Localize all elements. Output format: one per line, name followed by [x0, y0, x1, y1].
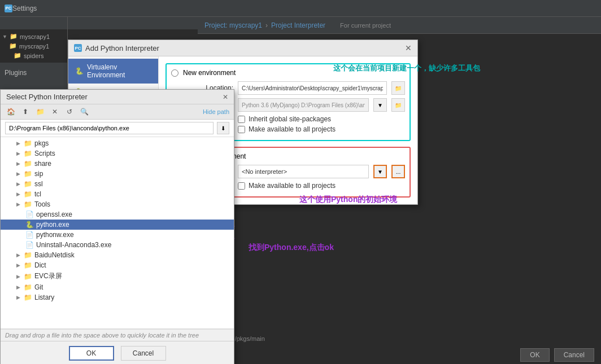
new-env-radio[interactable] [171, 69, 178, 77]
for-current-label: For current project [340, 22, 391, 29]
settings-title: Settings [12, 5, 37, 12]
base-interpreter-input[interactable] [238, 98, 369, 112]
main-ok-button[interactable]: OK [520, 348, 549, 362]
base-interpreter-dropdown[interactable]: ▼ [373, 98, 387, 112]
select-dialog-title-bar: Select Python Interpreter ✕ [1, 90, 234, 104]
tree-item-listary[interactable]: ▶ 📁 Listary [1, 292, 234, 302]
tree-item-evc[interactable]: ▶ 📁 EVC录屏 [1, 270, 234, 282]
file-tree[interactable]: ▶ 📁 pkgs ▶ 📁 Scripts ▶ 📁 share ▶ 📁 sip ▶… [1, 137, 234, 329]
select-ok-button[interactable]: OK [69, 346, 114, 361]
tree-item-spiders[interactable]: 📁 spiders [0, 51, 67, 60]
hide-path-button[interactable]: Hide path [203, 108, 229, 115]
tree-item-pythonw[interactable]: 📄 pythonw.exe [1, 230, 234, 240]
toolbar-refresh-button[interactable]: ↺ [64, 106, 75, 117]
tree-item-baidunetdisk[interactable]: ▶ 📁 BaiduNetdisk [1, 250, 234, 260]
toolbar-delete-button[interactable]: ✕ [49, 106, 60, 117]
tree-item-dict[interactable]: ▶ 📁 Dict [1, 260, 234, 270]
toolbar-new-folder-button[interactable]: 📁 [34, 106, 46, 117]
tree-item-tcl[interactable]: ▶ 📁 tcl [1, 189, 234, 199]
breadcrumb-area: Project: myscrapy1 › Project Interpreter… [198, 17, 601, 34]
dialog-title-bar: PC Add Python Interpreter ✕ [68, 40, 417, 56]
interpreter-browse-button[interactable]: ... [391, 165, 405, 178]
path-browse-button[interactable]: ⬇ [217, 122, 229, 134]
dialog-title: PC Add Python Interpreter [74, 44, 159, 52]
inherit-packages-row: Inherit global site-packages [238, 115, 405, 123]
interpreter-input[interactable] [238, 165, 369, 178]
virtualenv-option[interactable]: 🐍 Virtualenv Environment [68, 59, 158, 84]
top-bar: PC Settings [0, 0, 601, 17]
location-browse-button[interactable]: 📁 [391, 81, 405, 95]
tree-item-python-exe[interactable]: 🐍 python.exe [1, 220, 234, 230]
location-input[interactable] [238, 81, 387, 95]
breadcrumb-separator: › [265, 21, 268, 29]
new-env-available-row: Make available to all projects [238, 125, 405, 133]
inherit-packages-checkbox[interactable] [238, 116, 245, 123]
breadcrumb-project[interactable]: Project: myscrapy1 [204, 21, 262, 29]
toolbar-home-button[interactable]: 🏠 [5, 106, 16, 117]
tree-item-uninstall[interactable]: 📄 Uninstall-Anaconda3.exe [1, 240, 234, 250]
tree-item-sip[interactable]: ▶ 📁 sip [1, 169, 234, 179]
tree-item-share[interactable]: ▶ 📁 share [1, 159, 234, 169]
interpreter-dropdown[interactable]: ▼ [373, 165, 387, 178]
select-dialog-close-button[interactable]: ✕ [223, 93, 228, 101]
annotation-purple-1: 这个使用Python的初始环境 [299, 195, 397, 205]
tree-item-myscrapy1[interactable]: 📁 myscrapy1 [0, 41, 67, 51]
annotation-cyan: 这个会在当前项目新建一个，缺少许多工具包 [333, 63, 480, 73]
base-interpreter-browse-button[interactable]: 📁 [391, 98, 405, 112]
dialog-pc-icon: PC [74, 44, 82, 52]
existing-available-checkbox[interactable] [238, 182, 245, 190]
select-cancel-button[interactable]: Cancel [121, 346, 166, 361]
project-tree: ▼ 📁 myscrapy1 📁 myscrapy1 📁 spiders [0, 29, 68, 63]
pycharm-icon: PC [5, 5, 12, 12]
select-interpreter-dialog: Select Python Interpreter ✕ 🏠 ⬆ 📁 ✕ ↺ 🔍 … [0, 89, 234, 364]
path-input[interactable] [5, 122, 214, 134]
tree-item-scripts[interactable]: ▶ 📁 Scripts [1, 148, 234, 159]
tree-item-ssl[interactable]: ▶ 📁 ssl [1, 179, 234, 189]
new-env-available-label: Make available to all projects [249, 125, 336, 133]
tree-project-root[interactable]: ▼ 📁 myscrapy1 [0, 32, 67, 41]
main-dialog-buttons: OK Cancel [520, 348, 594, 362]
drag-hint: Drag and drop a file into the space abov… [1, 329, 234, 341]
virtualenv-icon: 🐍 [75, 67, 84, 75]
existing-available-row: Make available to all projects [238, 182, 405, 190]
file-browser-toolbar: 🏠 ⬆ 📁 ✕ ↺ 🔍 Hide path [1, 104, 234, 120]
select-dialog-buttons: OK Cancel [1, 341, 234, 364]
main-cancel-button[interactable]: Cancel [554, 348, 594, 362]
new-env-available-checkbox[interactable] [238, 126, 245, 133]
tree-item-git[interactable]: ▶ 📁 Git [1, 282, 234, 292]
inherit-packages-label: Inherit global site-packages [249, 115, 331, 123]
tree-item-pkgs[interactable]: ▶ 📁 pkgs [1, 138, 234, 148]
annotation-purple-2: 找到Python.exe,点击ok [249, 243, 334, 253]
new-env-label: New environment [183, 69, 236, 77]
toolbar-up-button[interactable]: ⬆ [20, 106, 31, 117]
tree-item-tools[interactable]: ▶ 📁 Tools [1, 199, 234, 209]
tree-item-openssl[interactable]: 📄 openssl.exe [1, 209, 234, 220]
sidebar-item-plugins[interactable]: Plugins [0, 67, 67, 79]
toolbar-search-button[interactable]: 🔍 [79, 106, 90, 117]
dialog-close-button[interactable]: ✕ [405, 43, 412, 52]
existing-available-label: Make available to all projects [249, 182, 336, 190]
breadcrumb-page[interactable]: Project Interpreter [271, 21, 325, 29]
select-dialog-title-text: Select Python Interpreter [6, 93, 88, 101]
path-row: ⬇ [1, 120, 234, 137]
